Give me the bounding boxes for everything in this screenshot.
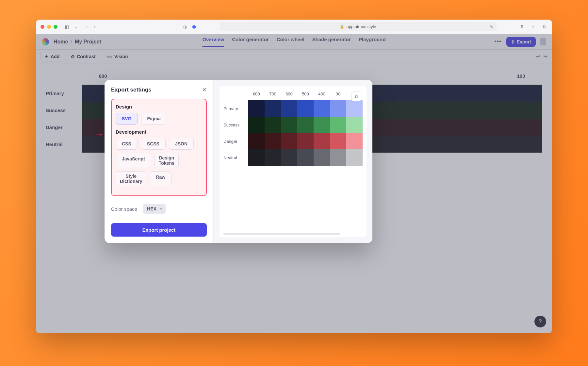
- traffic-lights[interactable]: [41, 25, 57, 29]
- app-viewport: Home / My Project Overview Color generat…: [36, 34, 552, 333]
- preview-swatch[interactable]: [330, 133, 346, 149]
- design-section-label: Design: [116, 104, 202, 109]
- color-space-select[interactable]: HEX: [143, 204, 166, 214]
- back-icon[interactable]: ‹: [84, 24, 90, 29]
- preview-swatch[interactable]: [330, 149, 346, 166]
- arrow-annotation-icon: →: [94, 129, 104, 140]
- tabs-icon[interactable]: ⧉: [541, 24, 547, 30]
- chevron-down-icon[interactable]: ⌄: [73, 24, 79, 29]
- new-tab-icon[interactable]: ＋: [530, 24, 536, 30]
- preview-row-label: Neutral: [223, 155, 248, 160]
- copy-icon: ⧉: [355, 94, 358, 99]
- color-space-value: HEX: [147, 206, 156, 211]
- preview-swatch[interactable]: [281, 117, 297, 133]
- export-settings-modal: Export settings ✕ Design SVG Figma Devel…: [105, 80, 372, 243]
- preview-swatch[interactable]: [314, 133, 330, 149]
- preview-column-headers: 8007006005004003020: [248, 92, 363, 96]
- preview-swatch[interactable]: [314, 149, 330, 166]
- share-icon[interactable]: ⬆︎: [519, 24, 525, 30]
- preview-swatch[interactable]: [346, 100, 363, 117]
- minimize-window-icon[interactable]: [47, 25, 51, 29]
- preview-swatch[interactable]: [314, 117, 330, 133]
- shield-icon[interactable]: ◑: [182, 24, 188, 29]
- preview-swatch[interactable]: [346, 133, 363, 149]
- preview-swatch[interactable]: [297, 117, 314, 133]
- format-style-dictionary[interactable]: Style Dictionary: [116, 171, 146, 186]
- preview-swatch[interactable]: [330, 100, 346, 117]
- preview-swatch[interactable]: [248, 133, 265, 149]
- preview-swatch[interactable]: [265, 133, 281, 149]
- close-icon[interactable]: ✕: [202, 86, 207, 93]
- modal-title: Export settings: [111, 87, 152, 93]
- export-preview-panel: ⧉ 8007006005004003020 PrimarySuccessDang…: [214, 80, 372, 243]
- preview-swatch[interactable]: [281, 133, 297, 149]
- format-design-tokens[interactable]: Design Tokens: [155, 153, 179, 168]
- preview-col-label: 400: [314, 92, 330, 96]
- address-bar[interactable]: 🔒 app.atmos.style ↻: [220, 22, 497, 31]
- format-scss[interactable]: SCSS: [141, 138, 166, 150]
- format-javascript[interactable]: JavaScript: [116, 153, 151, 168]
- preview-col-label: 700: [265, 92, 281, 96]
- preview-swatch[interactable]: [297, 133, 314, 149]
- preview-swatch[interactable]: [265, 149, 281, 166]
- preview-swatch[interactable]: [265, 117, 281, 133]
- close-window-icon[interactable]: [41, 25, 44, 29]
- preview-swatch[interactable]: [346, 149, 363, 166]
- preview-row: Success: [223, 117, 363, 133]
- color-space-row: Color space HEX: [111, 204, 207, 214]
- preview-col-label: 600: [281, 92, 297, 96]
- export-project-label: Export project: [142, 227, 176, 233]
- preview-swatch[interactable]: [248, 117, 265, 133]
- browser-chrome: ◧ ⌄ ‹ › ◑ ⬢ 🔒 app.atmos.style ↻ ⬆︎ ＋ ⧉: [36, 20, 552, 34]
- color-space-label: Color space: [111, 206, 137, 212]
- preview-card: ⧉ 8007006005004003020 PrimarySuccessDang…: [220, 86, 367, 237]
- preview-row: Danger: [223, 133, 363, 149]
- preview-swatch[interactable]: [346, 117, 363, 133]
- lock-icon: 🔒: [340, 25, 344, 29]
- format-svg[interactable]: SVG: [116, 113, 138, 125]
- export-project-button[interactable]: Export project: [111, 223, 207, 237]
- preview-row-label: Primary: [223, 106, 248, 111]
- preview-swatch[interactable]: [314, 100, 330, 117]
- format-figma[interactable]: Figma: [141, 113, 167, 125]
- extension-icon[interactable]: ⬢: [191, 24, 197, 29]
- format-selection-box: Design SVG Figma Development CSS SCSS JS…: [111, 99, 207, 196]
- browser-window: ◧ ⌄ ‹ › ◑ ⬢ 🔒 app.atmos.style ↻ ⬆︎ ＋ ⧉ H…: [36, 20, 552, 333]
- preview-swatch[interactable]: [297, 149, 314, 166]
- preview-col-label: 500: [297, 92, 314, 96]
- export-settings-panel: Export settings ✕ Design SVG Figma Devel…: [105, 80, 214, 243]
- preview-swatch[interactable]: [281, 100, 297, 117]
- preview-swatch[interactable]: [281, 149, 297, 166]
- url-text: app.atmos.style: [346, 24, 376, 29]
- preview-row: Neutral: [223, 149, 363, 166]
- preview-col-label: 30: [330, 92, 346, 96]
- copy-button[interactable]: ⧉: [351, 92, 361, 101]
- preview-swatch[interactable]: [248, 100, 265, 117]
- preview-swatch[interactable]: [297, 100, 314, 117]
- format-css[interactable]: CSS: [116, 138, 138, 150]
- preview-row: Primary: [223, 100, 363, 117]
- preview-swatch[interactable]: [330, 117, 346, 133]
- preview-grid: PrimarySuccessDangerNeutral: [223, 100, 363, 166]
- development-section-label: Development: [116, 129, 202, 135]
- reload-icon[interactable]: ↻: [490, 25, 493, 29]
- preview-row-label: Success: [223, 123, 248, 127]
- horizontal-scrollbar[interactable]: [223, 233, 340, 235]
- preview-swatch[interactable]: [248, 149, 265, 166]
- maximize-window-icon[interactable]: [54, 25, 57, 29]
- format-raw[interactable]: Raw: [150, 171, 172, 186]
- forward-icon[interactable]: ›: [91, 24, 98, 29]
- sidebar-toggle-icon[interactable]: ◧: [63, 24, 70, 29]
- preview-col-label: 800: [248, 92, 265, 96]
- preview-swatch[interactable]: [265, 100, 281, 117]
- format-json[interactable]: JSON: [169, 138, 194, 150]
- preview-row-label: Danger: [223, 139, 248, 144]
